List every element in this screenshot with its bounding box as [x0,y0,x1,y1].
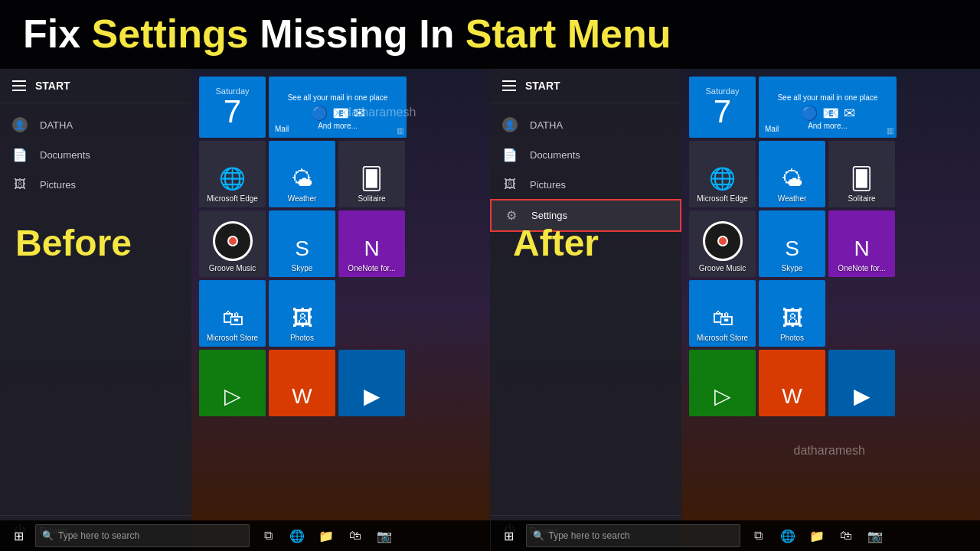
tiles-row-3-left: Groove Music S Skype N OneNote for... [199,210,482,277]
solitaire-label-left: Solitaire [358,194,385,203]
tile-photos-right[interactable]: 🖼 Photos [759,280,825,347]
tile-solitaire-left[interactable]: 🂠 Solitaire [338,141,405,207]
tile-xbox-right[interactable]: ▷ [689,350,756,416]
tile-onenote-right[interactable]: N OneNote for... [828,210,895,277]
edge-label-left: Microsoft Edge [207,194,258,203]
onenote-label-left: OneNote for... [348,264,395,272]
tile-xbox-left[interactable]: ▷ [199,350,266,416]
photos-label-right: Photos [780,334,804,342]
media-icon-left: ▶ [364,383,381,409]
taskbar-store-left[interactable]: 🛍 [341,520,369,551]
settings-icon-right: ⚙ [504,208,519,223]
sidebar-item-user-left[interactable]: 👤 DATHA [0,109,191,140]
date-tile-right[interactable]: Saturday 7 [689,77,756,138]
taskbar-task-view-left[interactable]: ⧉ [254,520,282,551]
tile-edge-right[interactable]: 🌐 Microsoft Edge [689,141,756,207]
outlook-icon-right: 📧 [822,105,839,122]
store-label-right: Microsoft Store [697,334,748,342]
xbox-icon-right: ▷ [714,383,731,409]
edge-label-right: Microsoft Edge [697,194,748,203]
tile-store-right[interactable]: 🛍 Microsoft Store [689,280,756,347]
tile-onenote-left[interactable]: N OneNote for... [338,210,405,277]
tile-media-right[interactable]: ▶ [828,350,895,416]
taskbar-start-left[interactable]: ⊞ [3,520,34,551]
tile-store-left[interactable]: 🛍 Microsoft Store [199,280,266,347]
xbox-icon-left: ▷ [224,383,241,409]
start-sidebar-right: START 👤 DATHA 📄 Documents 🖼 Pictures ⚙ S [490,69,681,551]
panel-before: Before START 👤 DATHA 📄 Documents � [0,69,490,551]
mail-header-right: See all your mail in one place [778,93,878,102]
hamburger-icon-left[interactable] [12,80,26,91]
mail-corner-right: ▥ [887,126,893,135]
mail-icon-right: ✉ [844,105,855,122]
tile-weather-right[interactable]: 🌤 Weather [759,141,825,207]
documents-label-right: Documents [530,149,580,161]
taskbar-right: ⊞ 🔍 Type here to search ⧉ 🌐 📁 🛍 📷 [491,520,981,551]
date-tile-left[interactable]: Saturday 7 [199,77,266,138]
taskbar-folder-right[interactable]: 📁 [803,520,831,551]
tile-photos-left[interactable]: 🖼 Photos [269,280,335,347]
start-title-right: START [525,80,560,92]
title-settings: Settings [92,11,249,56]
documents-icon-right: 📄 [502,148,518,162]
sidebar-item-pictures-left[interactable]: 🖼 Pictures [0,170,191,199]
edge-icon-left: 🌐 [219,166,246,191]
tile-office-right[interactable]: W [759,350,825,416]
store-label-left: Microsoft Store [207,334,258,342]
tile-groove-right[interactable]: Groove Music [689,210,756,277]
pictures-label-left: Pictures [40,179,76,191]
taskbar-search-left[interactable]: 🔍 Type here to search [35,524,250,547]
tile-weather-left[interactable]: 🌤 Weather [269,141,335,207]
taskbar-search-right[interactable]: 🔍 Type here to search [526,524,740,547]
solitaire-label-right: Solitaire [848,194,875,203]
office-icon-right: W [782,384,802,409]
groove-vinyl-left [213,221,253,261]
mail-icons-right: 🔵 📧 ✉ [801,105,855,122]
sidebar-item-documents-left[interactable]: 📄 Documents [0,140,191,170]
taskbar-task-view-right[interactable]: ⧉ [745,520,773,551]
taskbar-photos-right[interactable]: 📷 [861,520,889,551]
sidebar-item-documents-right[interactable]: 📄 Documents [490,140,681,170]
mail-label-right: Mail [765,125,779,133]
mail-label-left: Mail [275,125,289,133]
skype-icon-right: S [785,236,799,261]
tile-media-left[interactable]: ▶ [338,350,405,416]
photos-label-left: Photos [290,334,314,342]
tile-office-left[interactable]: W [269,350,335,416]
tile-skype-right[interactable]: S Skype [759,210,825,277]
sidebar-item-pictures-right[interactable]: 🖼 Pictures [490,170,681,199]
tile-solitaire-right[interactable]: 🂠 Solitaire [828,141,895,207]
tiles-row-4-left: 🛍 Microsoft Store 🖼 Photos [199,280,482,347]
tile-edge-left[interactable]: 🌐 Microsoft Edge [199,141,266,207]
tiles-area-right: Saturday 7 See all your mail in one plac… [681,69,980,551]
settings-label-right: Settings [531,210,567,221]
taskbar-start-right[interactable]: ⊞ [494,520,524,551]
taskbar-store-right[interactable]: 🛍 [832,520,860,551]
mail-tile-right[interactable]: See all your mail in one place 🔵 📧 ✉ And… [759,77,897,138]
onenote-label-right: OneNote for... [838,264,885,272]
sidebar-item-user-right[interactable]: 👤 DATHA [490,109,681,140]
mail-and-more-right: And more... [808,122,848,130]
skype-label-left: Skype [292,264,313,272]
page-title: Fix Settings Missing In Start Menu [23,12,671,56]
sidebar-items-right: 👤 DATHA 📄 Documents 🖼 Pictures ⚙ Setting… [490,103,681,551]
store-icon-left: 🛍 [222,305,243,331]
weather-label-left: Weather [288,194,317,203]
tile-skype-left[interactable]: S Skype [269,210,335,277]
taskbar-folder-left[interactable]: 📁 [312,520,340,551]
hamburger-icon-right[interactable] [502,80,516,91]
documents-label-left: Documents [40,149,90,161]
solitaire-icon-left: 🂠 [361,166,383,191]
tile-groove-left[interactable]: Groove Music [199,210,266,277]
taskbar-edge-left[interactable]: 🌐 [283,520,311,551]
taskbar-photos-left[interactable]: 📷 [371,520,398,551]
taskbar-icons-left: ⧉ 🌐 📁 🛍 📷 [254,520,398,551]
taskbar-edge-right[interactable]: 🌐 [774,520,802,551]
mail-and-more-left: And more... [318,122,358,130]
watermark-left: datharamesh [345,106,416,119]
solitaire-icon-right: 🂠 [851,166,873,191]
tiles-row-1-left: Saturday 7 See all your mail in one plac… [199,77,482,138]
title-bar: Fix Settings Missing In Start Menu [0,0,980,69]
groove-label-left: Groove Music [209,264,256,272]
weather-icon-left: 🌤 [292,166,313,191]
